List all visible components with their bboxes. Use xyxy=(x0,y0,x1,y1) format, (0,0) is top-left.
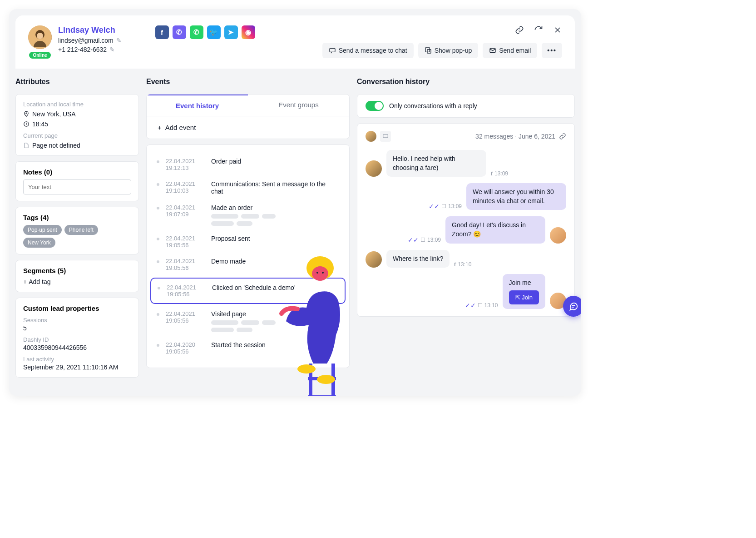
add-tag-button[interactable]: +Add tag xyxy=(23,278,131,285)
location-icon xyxy=(23,111,30,117)
send-email-button[interactable]: Send email xyxy=(483,43,537,58)
message-row: ✓✓☐13:09Good day! Let's discuss in Zoom?… xyxy=(366,216,566,243)
tab-event-history[interactable]: Event history xyxy=(147,95,248,116)
conv-link-icon[interactable] xyxy=(559,133,566,140)
more-button[interactable]: ••• xyxy=(542,43,562,58)
svg-point-2 xyxy=(37,33,43,39)
telegram-icon[interactable]: ➤ xyxy=(224,25,238,39)
instagram-icon[interactable]: ◉ xyxy=(242,25,255,39)
message-row: Hello. I need help with choosing a fare)… xyxy=(366,150,566,177)
chat-icon xyxy=(380,131,391,142)
attributes-title: Attributes xyxy=(15,78,139,86)
refresh-icon[interactable] xyxy=(534,25,543,35)
event-row[interactable]: 22.04.202119:10:03Communications: Sent a… xyxy=(157,176,339,199)
event-row[interactable]: 22.04.202119:07:09Made an order xyxy=(157,199,339,230)
reply-filter-toggle[interactable] xyxy=(366,101,384,111)
chat-fab[interactable] xyxy=(563,296,581,317)
message-row: Where is the link?𝐟13:10 xyxy=(366,250,566,268)
tag[interactable]: Phone left xyxy=(64,225,98,235)
facebook-icon[interactable]: f xyxy=(155,25,169,39)
filter-row: Only conversations with a reply xyxy=(357,94,575,118)
svg-rect-9 xyxy=(383,134,388,138)
add-event-button[interactable]: +Add event xyxy=(146,116,350,139)
segments-card: Segments (5) +Add tag xyxy=(15,260,139,292)
edit-phone-icon[interactable]: ✎ xyxy=(109,46,115,53)
event-row[interactable]: 22.04.202119:12:13Order paid xyxy=(157,153,339,176)
link-icon[interactable] xyxy=(515,25,524,35)
tag[interactable]: Pop-up sent xyxy=(23,225,62,235)
profile-header: Online Lindsay Welch lindsey@gmail.com✎ … xyxy=(15,15,575,69)
svg-point-7 xyxy=(26,113,27,114)
notes-input[interactable] xyxy=(23,179,131,194)
events-title: Events xyxy=(146,78,350,86)
agent-avatar xyxy=(550,227,566,244)
message-row: ✓✓☐13:09We will answer you within 30 min… xyxy=(366,183,566,210)
show-popup-button[interactable]: Show pop-up xyxy=(418,43,479,58)
close-icon[interactable] xyxy=(553,25,562,35)
edit-email-icon[interactable]: ✎ xyxy=(116,37,122,44)
message-row: ✓✓☐13:10Join me⇱ Join xyxy=(366,274,566,309)
custom-props-card: Custom lead properties Sessions 5 Dashly… xyxy=(15,298,139,378)
svg-rect-5 xyxy=(427,50,431,53)
page-icon xyxy=(23,142,30,149)
twitter-icon[interactable]: 🐦 xyxy=(207,25,221,39)
events-list: 22.04.202119:12:13Order paid22.04.202119… xyxy=(146,144,350,368)
attributes-card: Location and local time New York, USA 18… xyxy=(15,94,139,156)
status-badge: Online xyxy=(29,52,50,59)
conv-avatar xyxy=(366,131,376,142)
profile-name[interactable]: Lindsay Welch xyxy=(58,25,122,35)
notes-card: Notes (0) xyxy=(15,161,139,201)
send-chat-button[interactable]: Send a message to chat xyxy=(322,43,414,58)
conversation-title: Conversation history xyxy=(357,78,575,86)
viber-icon[interactable]: ✆ xyxy=(173,25,186,39)
event-row[interactable]: 22.04.202119:05:56Clicked on 'Schedule a… xyxy=(150,278,346,304)
profile-email: lindsey@gmail.com xyxy=(58,37,114,44)
profile-phone: +1 212-482-6632 xyxy=(58,46,107,53)
event-row[interactable]: 22.04.202119:05:56Visited page xyxy=(157,306,339,337)
tags-card: Tags (4) Pop-up sentPhone leftNew York xyxy=(15,207,139,254)
conversation-card: 32 messages · June 6, 2021 Hello. I need… xyxy=(357,123,575,317)
message-avatar xyxy=(366,251,382,268)
tab-event-groups[interactable]: Event groups xyxy=(248,95,349,116)
event-row[interactable]: 22.04.202119:05:56Demo made xyxy=(157,253,339,276)
tag[interactable]: New York xyxy=(23,238,55,248)
message-avatar xyxy=(366,160,382,177)
whatsapp-icon[interactable]: ✆ xyxy=(190,25,203,39)
svg-rect-3 xyxy=(330,48,335,52)
join-button[interactable]: ⇱ Join xyxy=(509,290,539,304)
clock-icon xyxy=(23,121,30,127)
avatar xyxy=(28,25,52,49)
event-row[interactable]: 22.04.202019:05:56Started the session xyxy=(157,337,339,359)
event-row[interactable]: 22.04.202119:05:56Proposal sent xyxy=(157,230,339,253)
